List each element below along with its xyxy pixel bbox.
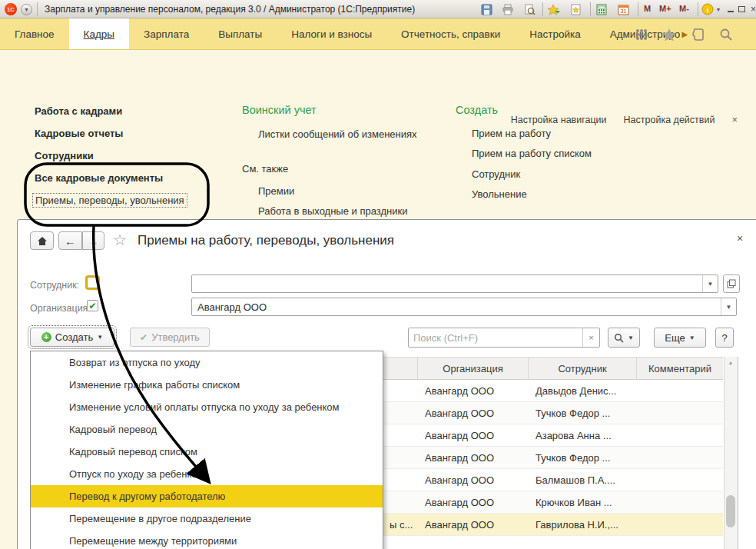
nav-link-rabota-v-vyhodnye[interactable]: Работа в выходные и праздники xyxy=(258,205,407,217)
dialog-close-icon[interactable]: × xyxy=(737,232,743,245)
global-search-icon[interactable] xyxy=(716,28,736,42)
history-icon[interactable] xyxy=(688,28,708,42)
nav-link-uvolnenie[interactable]: Увольнение xyxy=(472,188,527,200)
menu-item-perevod-k-drugomu-rabotodatelyu[interactable]: Перевод к другому работодателю xyxy=(31,485,383,507)
1c-logo-icon: 1С xyxy=(5,3,17,15)
table-header-employee[interactable]: Сотрудник xyxy=(529,358,637,379)
menu-item-kadrovyy-perevod[interactable]: Кадровый перевод xyxy=(31,418,383,441)
table-header-organization[interactable]: Организация xyxy=(418,358,529,379)
table-row[interactable]: Авангард ОООАзарова Анна ... xyxy=(383,424,723,447)
menu-item-izmenenie-usloviy-oplaty[interactable]: Изменение условий оплаты отпуска по уход… xyxy=(31,396,383,418)
favorite-star-icon[interactable]: ☆ xyxy=(113,231,127,249)
search-options-button[interactable]: ▼ xyxy=(608,328,640,348)
menu-item-otpusk-po-uhodu[interactable]: Отпуск по уходу за ребенком xyxy=(31,463,383,485)
nav-link-priemy-perevody-uvolneniya[interactable]: Приемы, переводы, увольнения xyxy=(32,193,187,208)
nav-link-priem-na-rabotu-spiskom[interactable]: Прием на работу списком xyxy=(472,148,592,159)
info-icon[interactable]: i xyxy=(701,2,715,16)
organization-filter-combo[interactable]: Авангард ООО ▼ xyxy=(191,298,737,316)
dialog-title: Приемы на работу, переводы, увольнения xyxy=(138,233,394,248)
table-header-comment[interactable]: Комментарий xyxy=(637,358,723,379)
back-button[interactable]: ← xyxy=(58,231,82,250)
table-row[interactable]: Авангард ОООКрючков Иван ... xyxy=(383,491,723,514)
employee-combo-dropdown-icon[interactable]: ▼ xyxy=(702,275,718,292)
create-button[interactable]: + Создать ▼ xyxy=(30,328,114,347)
scrollbar-thumb[interactable] xyxy=(726,495,735,527)
home-button[interactable] xyxy=(30,231,54,250)
plus-icon: + xyxy=(41,332,51,342)
minimize-button[interactable] xyxy=(725,4,735,14)
divider xyxy=(590,2,591,16)
menu-item-peremeschenie-v-drugoe-podrazdelenie[interactable]: Перемещение в другое подразделение xyxy=(31,507,383,530)
employee-open-button[interactable] xyxy=(723,274,740,293)
search-options-caret-icon: ▼ xyxy=(628,334,634,341)
table-row[interactable]: Авангард ОООДавыдов Денис... xyxy=(383,380,723,402)
search-input[interactable] xyxy=(409,328,582,347)
svg-text:31: 31 xyxy=(620,8,626,14)
nav-group-kadrovye-otchety[interactable]: Кадровые отчеты xyxy=(35,128,123,139)
table-row[interactable]: Авангард ОООБалмашов П.А.... xyxy=(383,469,723,491)
employee-filter-checkbox[interactable] xyxy=(87,277,98,288)
nav-group-rabota-s-kadrami[interactable]: Работа с кадрами xyxy=(35,105,122,117)
table-header-doc[interactable] xyxy=(383,358,418,379)
menu-item-peremeschenie-mezhdu-territoriyami[interactable]: Перемещение между территориями xyxy=(31,530,383,549)
nav-link-priem-na-rabotu[interactable]: Прием на работу xyxy=(472,128,551,139)
divider xyxy=(37,2,38,16)
calculator-icon[interactable] xyxy=(595,2,608,16)
tab-nalogi[interactable]: Налоги и взносы xyxy=(277,18,386,49)
help-button[interactable]: ? xyxy=(715,328,734,348)
print-icon[interactable] xyxy=(501,2,515,16)
maximize-button[interactable] xyxy=(737,4,747,14)
nav-group-sotrudniki[interactable]: Сотрудники xyxy=(35,150,94,161)
approve-button[interactable]: ✔ Утвердить xyxy=(130,328,210,347)
menu-item-kadrovyy-perevod-spiskom[interactable]: Кадровый перевод списком xyxy=(31,441,383,463)
more-button[interactable]: Еще ▼ xyxy=(654,328,706,348)
tab-otchetnost[interactable]: Отчетность, справки xyxy=(386,18,515,49)
menu-item-izmenenie-grafika[interactable]: Изменение графика работы списком xyxy=(31,374,383,396)
employee-filter-label: Сотрудник: xyxy=(30,280,79,291)
search-clear-icon[interactable]: × xyxy=(582,328,599,347)
nav-panel-close-icon[interactable]: × xyxy=(731,114,738,125)
nav-header-voinskiy-uchet[interactable]: Воинский учет xyxy=(242,104,317,116)
tab-nastroika[interactable]: Настройка xyxy=(515,18,595,49)
memory-m-button[interactable]: M xyxy=(644,4,651,13)
nav-settings-navigation-link[interactable]: Настройка навигации xyxy=(511,115,607,125)
create-dropdown-caret-icon[interactable]: ▼ xyxy=(97,334,103,341)
memory-m-minus-button[interactable]: M- xyxy=(679,4,689,13)
organization-combo-dropdown-icon[interactable]: ▼ xyxy=(721,298,736,315)
create-dropdown-menu: Возврат из отпуска по уходу Изменение гр… xyxy=(30,351,383,549)
table-vertical-scrollbar[interactable]: ▲ xyxy=(724,357,737,549)
favorites-page-icon[interactable] xyxy=(569,2,582,16)
organization-filter-label: Организация: xyxy=(30,303,91,314)
check-icon: ✔ xyxy=(140,332,148,343)
save-icon[interactable] xyxy=(479,2,493,16)
favorites-star-icon[interactable] xyxy=(659,28,679,42)
info-dropdown-icon[interactable]: ▼ xyxy=(715,2,722,16)
memory-m-plus-button[interactable]: M+ xyxy=(659,4,671,13)
add-favorite-icon[interactable] xyxy=(547,2,561,16)
print-preview-icon[interactable] xyxy=(522,2,536,16)
table-row-selected[interactable]: ы с...Авангард ОООГаврилова Н.И.,... xyxy=(383,514,723,536)
nav-link-listki-soobscheniy[interactable]: Листки сообщений об изменениях xyxy=(258,128,417,140)
search-box[interactable]: × xyxy=(408,328,600,348)
all-functions-grid-icon[interactable] xyxy=(632,28,652,42)
employee-filter-combo[interactable]: ▼ xyxy=(191,274,718,293)
tab-kadry[interactable]: Кадры xyxy=(69,18,129,49)
nav-group-vse-kadrovye-dokumenty[interactable]: Все кадровые документы xyxy=(35,172,163,184)
nav-settings-actions-link[interactable]: Настройка действий xyxy=(624,115,715,125)
calendar-icon[interactable]: 31 xyxy=(616,2,630,16)
organization-filter-checkbox[interactable]: ✔ xyxy=(87,300,98,311)
main-menu-dropdown-icon[interactable]: ▼ xyxy=(21,4,32,15)
menu-item-vozvrat-iz-otpuska[interactable]: Возврат из отпуска по уходу xyxy=(31,351,383,374)
nav-link-premii[interactable]: Премии xyxy=(258,185,294,197)
organization-filter-value[interactable]: Авангард ООО xyxy=(192,301,721,313)
table-row[interactable]: Авангард ОООТучков Федор ... xyxy=(383,402,723,424)
tab-glavnoe[interactable]: Главное xyxy=(0,18,69,49)
nav-header-sozdat[interactable]: Создать xyxy=(456,104,498,116)
forward-button[interactable]: → xyxy=(82,231,104,250)
table-row[interactable]: Авангард ОООТучков Федор ... xyxy=(383,447,723,469)
close-window-button[interactable]: × xyxy=(748,4,756,14)
scroll-up-icon[interactable]: ▲ xyxy=(724,360,737,365)
tab-vyplaty[interactable]: Выплаты xyxy=(204,18,277,49)
tab-zarplata[interactable]: Зарплата xyxy=(129,18,204,49)
nav-link-sotrudnik[interactable]: Сотрудник xyxy=(472,168,520,180)
